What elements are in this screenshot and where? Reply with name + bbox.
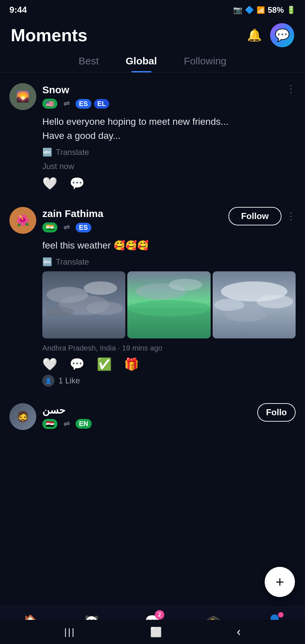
tag-arrow: ⇌ [60, 98, 73, 109]
sys-home-icon[interactable]: ⬜ [150, 627, 162, 638]
follow-button-3[interactable]: Follo [257, 403, 296, 422]
svg-point-15 [225, 308, 267, 322]
page-title: Moments [11, 25, 87, 45]
avatar-image-snow: 🌄 [9, 83, 36, 110]
likes-count: 1 Like [58, 376, 80, 385]
post-2-likes-row: 👤 1 Like [42, 375, 296, 387]
repost-button-2[interactable]: ✅ [97, 357, 112, 371]
tab-global[interactable]: Global [126, 55, 157, 72]
translate-label: Translate [56, 148, 89, 157]
post-1-username: Snow [42, 84, 109, 96]
post-3-avatar[interactable]: 🧔 [9, 403, 36, 430]
tag-arrow-3: ⇌ [60, 419, 73, 429]
follow-button-2[interactable]: Follow [228, 207, 281, 225]
bookmark-button-2[interactable]: 🎁 [124, 357, 139, 371]
post-1-actions: 🤍 💬 [42, 176, 296, 191]
post-2-avatar[interactable]: 🌺 [9, 207, 36, 234]
post-2-more[interactable]: ⋮ [286, 211, 296, 222]
tag-en-2: 🇮🇳 [42, 222, 57, 232]
tag-arrow-2: ⇌ [60, 222, 73, 233]
post-3: 🧔 حسن 🇮🇶 ⇌ EN Follo [0, 394, 305, 430]
battery-icon: 🔋 [287, 6, 296, 14]
post-1-more[interactable]: ⋮ [286, 83, 296, 94]
svg-point-2 [84, 281, 117, 295]
post-2-text: feel this weather 🥰🥰🥰 [42, 238, 296, 253]
image-3[interactable] [213, 271, 296, 338]
avatar-image-zain: 🌺 [9, 207, 36, 234]
post-3-tags: 🇮🇶 ⇌ EN [42, 419, 92, 429]
like-button-2[interactable]: 🤍 [42, 357, 57, 371]
avatar-emoji: 💬 [275, 28, 290, 42]
svg-point-10 [127, 300, 210, 316]
post-3-username: حسن [42, 404, 92, 416]
avatar-image-hassan: 🧔 [9, 403, 36, 430]
tag-el: EL [94, 99, 110, 109]
header-icons: 🔔 💬 [245, 23, 294, 47]
post-2-translate[interactable]: 🔤 Translate [42, 257, 296, 267]
svg-point-5 [86, 302, 123, 315]
system-nav-bar: ||| ⬜ ‹ [0, 620, 305, 644]
tag-en: 🇺🇸 [42, 99, 57, 109]
post-2: 🌺 zain Fathima 🇮🇳 ⇌ ES Follow ⋮ feel thi… [0, 198, 305, 394]
post-1-user: 🌄 Snow 🇺🇸 ⇌ ES EL [9, 83, 109, 110]
status-icons: 📷 🔷 📶 58% 🔋 [233, 5, 296, 15]
tab-following[interactable]: Following [184, 55, 226, 72]
battery-percent: 58% [268, 5, 284, 15]
image-1[interactable] [42, 271, 125, 338]
bluetooth-icon: 🔷 [245, 6, 254, 14]
post-3-header: 🧔 حسن 🇮🇶 ⇌ EN Follo [9, 403, 296, 430]
signal-icons: 📶 [257, 6, 265, 14]
svg-point-4 [44, 306, 74, 317]
fab-button[interactable]: + [265, 567, 295, 597]
translate-icon: 🔤 [42, 148, 52, 157]
header: Moments 🔔 💬 [0, 18, 305, 50]
post-1-tags: 🇺🇸 ⇌ ES EL [42, 98, 109, 109]
camera-icon: 📷 [233, 6, 242, 14]
location: Andhra Pradesh, India [42, 344, 116, 352]
post-3-user: 🧔 حسن 🇮🇶 ⇌ EN [9, 403, 92, 430]
svg-point-14 [257, 295, 293, 308]
post-2-content: feel this weather 🥰🥰🥰 🔤 Translate [42, 238, 296, 387]
post-2-header: 🌺 zain Fathima 🇮🇳 ⇌ ES Follow ⋮ [9, 207, 296, 234]
post-2-username: zain Fathima [42, 208, 103, 219]
tag-es: ES [76, 99, 91, 109]
translate-icon-2: 🔤 [42, 257, 52, 267]
post-2-time: 19 mins ago [122, 344, 162, 352]
post-2-actions-right: Follow ⋮ [228, 207, 296, 225]
post-3-user-info: حسن 🇮🇶 ⇌ EN [42, 404, 92, 429]
image-2[interactable] [127, 271, 210, 338]
like-button[interactable]: 🤍 [42, 176, 57, 191]
post-3-actions-right: Follo [257, 403, 296, 422]
post-1-user-info: Snow 🇺🇸 ⇌ ES EL [42, 84, 109, 109]
post-1-text: Hello everyone hoping to meet new friend… [42, 115, 296, 143]
sys-menu-icon[interactable]: ||| [64, 627, 76, 637]
post-1-content: Hello everyone hoping to meet new friend… [42, 115, 296, 191]
tag-ar: 🇮🇶 [42, 419, 57, 429]
messages-badge: 2 [155, 610, 164, 620]
notification-button[interactable]: 🔔 [245, 25, 264, 45]
comment-button-2[interactable]: 💬 [70, 357, 85, 371]
status-bar: 9:44 📷 🔷 📶 58% 🔋 [0, 0, 305, 18]
post-1-avatar[interactable]: 🌄 [9, 83, 36, 110]
tabs-bar: Best Global Following [0, 50, 305, 72]
post-2-user-info: zain Fathima 🇮🇳 ⇌ ES [42, 208, 103, 233]
tab-best[interactable]: Best [79, 55, 99, 72]
tag-es-2: ES [76, 223, 91, 232]
post-1-time: Just now [42, 162, 296, 171]
post-1: 🌄 Snow 🇺🇸 ⇌ ES EL ⋮ Hello everyone hopin… [0, 74, 305, 198]
me-dot [278, 612, 284, 618]
liker-avatar: 👤 [42, 375, 54, 387]
sys-back-icon[interactable]: ‹ [237, 625, 241, 639]
post-2-user: 🌺 zain Fathima 🇮🇳 ⇌ ES [9, 207, 103, 234]
comment-button[interactable]: 💬 [70, 176, 85, 191]
svg-point-8 [169, 279, 202, 291]
translate-label-2: Translate [56, 257, 89, 267]
post-1-header: 🌄 Snow 🇺🇸 ⇌ ES EL ⋮ [9, 83, 296, 110]
status-time: 9:44 [9, 5, 27, 15]
post-2-footer-icons: 🤍 💬 ✅ 🎁 [42, 357, 296, 371]
tag-en-3: EN [76, 419, 92, 429]
post-1-translate[interactable]: 🔤 Translate [42, 148, 296, 157]
post-2-location-time: Andhra Pradesh, India · 19 mins ago [42, 344, 296, 353]
separator: · [118, 344, 122, 352]
profile-avatar[interactable]: 💬 [270, 23, 294, 47]
